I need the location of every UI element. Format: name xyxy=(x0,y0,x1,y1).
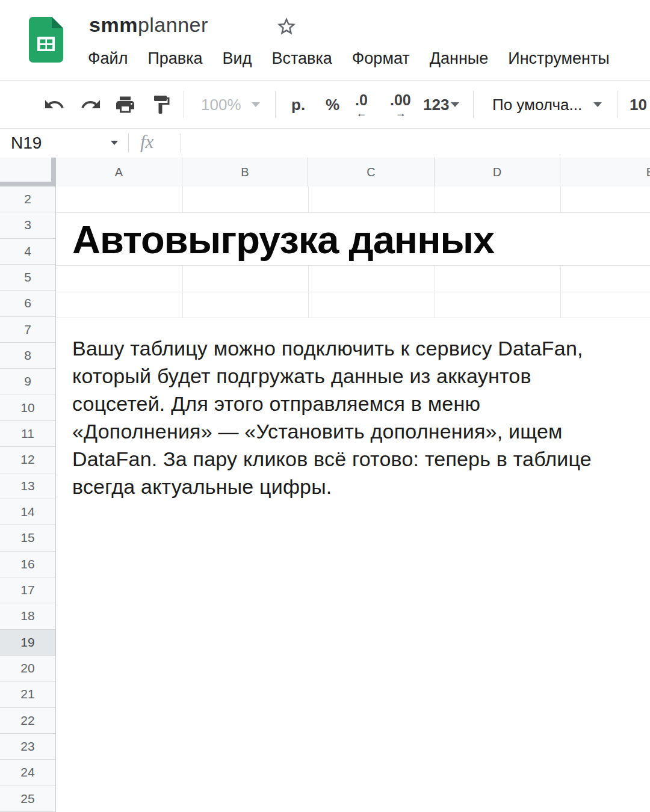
column-header-e[interactable]: E xyxy=(560,158,650,186)
row-header-22[interactable]: 22 xyxy=(0,708,55,734)
gridline xyxy=(308,186,309,212)
spreadsheet-grid: ABCDE 2345678910111213141516171819202122… xyxy=(0,158,650,812)
arrow-right-icon: → xyxy=(395,108,406,118)
document-title[interactable]: smmplanner xyxy=(89,13,208,37)
google-sheets-app: smmplanner ФайлПравкаВидВставкаФорматДан… xyxy=(0,0,650,812)
gridline xyxy=(560,186,561,212)
decrease-decimal-button[interactable]: .0 ← xyxy=(355,93,368,118)
font-family-caret-icon xyxy=(593,102,602,107)
menu-item[interactable]: Вид xyxy=(223,49,252,68)
redo-icon[interactable] xyxy=(80,94,102,115)
undo-icon[interactable] xyxy=(43,94,65,115)
percent-format-button[interactable]: % xyxy=(326,95,339,114)
body-text-line: соцсетей. Для этого отправляемся в меню xyxy=(72,390,592,417)
sheet-body-text: Вашу таблицу можно подключить к сервису … xyxy=(72,334,592,500)
gridline xyxy=(182,265,183,318)
paint-format-icon[interactable] xyxy=(150,94,172,115)
increase-decimal-button[interactable]: .00 → xyxy=(390,93,411,118)
menu-item[interactable]: Данные xyxy=(430,49,489,68)
body-text-line: «Дополнения» — «Установить дополнения», … xyxy=(72,417,592,445)
row-header-17[interactable]: 17 xyxy=(0,577,55,603)
fx-icon: fx xyxy=(140,131,153,153)
more-formats-caret-icon xyxy=(451,102,459,107)
formula-bar-divider xyxy=(181,134,181,153)
formula-bar-divider xyxy=(128,134,129,153)
gridline xyxy=(308,265,309,318)
body-text-line: Вашу таблицу можно подключить к сервису … xyxy=(72,334,592,362)
toolbar: 100% р. % .0 ← .00 → 123 По умолча... 10 xyxy=(0,81,650,129)
name-box[interactable]: N19 xyxy=(11,134,42,153)
column-header-a[interactable]: A xyxy=(56,158,182,186)
arrow-left-icon: ← xyxy=(356,108,367,118)
row-header-23[interactable]: 23 xyxy=(0,734,55,760)
zoom-caret-icon xyxy=(252,102,260,107)
toolbar-divider xyxy=(275,91,276,118)
currency-format-button[interactable]: р. xyxy=(291,95,305,114)
gridline xyxy=(435,186,435,212)
row-header-19[interactable]: 19 xyxy=(0,630,55,656)
row-header-18[interactable]: 18 xyxy=(0,603,55,629)
gridline xyxy=(56,212,650,213)
zoom-select[interactable]: 100% xyxy=(201,95,241,114)
document-title-bold: smm xyxy=(89,13,138,36)
row-header-10[interactable]: 10 xyxy=(0,395,55,421)
row-header-25[interactable]: 25 xyxy=(0,786,55,812)
row-header-24[interactable]: 24 xyxy=(0,760,55,786)
body-text-line: который будет подгружать данные из аккау… xyxy=(72,362,592,390)
menu-item[interactable]: Вставка xyxy=(271,49,332,68)
column-headers: ABCDE xyxy=(56,158,650,187)
menu-item[interactable]: Инструменты xyxy=(508,49,609,68)
gridline xyxy=(56,318,650,318)
row-header-4[interactable]: 4 xyxy=(0,239,55,265)
more-formats-button[interactable]: 123 xyxy=(423,95,449,114)
gridline xyxy=(182,186,183,212)
top-bar: smmplanner ФайлПравкаВидВставкаФорматДан… xyxy=(0,0,650,81)
menu-item[interactable]: Правка xyxy=(147,49,202,68)
formula-bar: N19 fx xyxy=(0,129,650,158)
column-header-d[interactable]: D xyxy=(435,158,560,186)
row-header-9[interactable]: 9 xyxy=(0,369,55,395)
body-text-line: всегда актуальные цифры. xyxy=(72,473,592,500)
gridline xyxy=(435,265,435,318)
select-all-corner[interactable] xyxy=(0,158,56,186)
row-header-20[interactable]: 20 xyxy=(0,656,55,681)
column-header-b[interactable]: B xyxy=(182,158,308,186)
row-header-6[interactable]: 6 xyxy=(0,291,55,316)
row-header-7[interactable]: 7 xyxy=(0,317,55,343)
row-header-3[interactable]: 3 xyxy=(0,212,55,238)
menu-item[interactable]: Формат xyxy=(352,49,410,68)
cells-area[interactable]: Автовыгрузка данных Вашу таблицу можно п… xyxy=(56,186,650,812)
row-header-16[interactable]: 16 xyxy=(0,552,55,577)
toolbar-divider xyxy=(618,91,618,118)
body-text-line: DataFan. За пару кликов всё готово: тепе… xyxy=(72,445,592,473)
column-header-c[interactable]: C xyxy=(308,158,435,186)
row-header-11[interactable]: 11 xyxy=(0,421,55,447)
sheets-logo-icon[interactable] xyxy=(29,17,63,63)
toolbar-divider xyxy=(184,91,184,118)
gridline xyxy=(560,265,561,318)
font-family-select[interactable]: По умолча... xyxy=(492,95,582,114)
row-header-12[interactable]: 12 xyxy=(0,447,55,473)
name-box-caret-icon xyxy=(111,141,118,145)
row-header-5[interactable]: 5 xyxy=(0,265,55,291)
row-header-15[interactable]: 15 xyxy=(0,525,55,551)
menu-bar: ФайлПравкаВидВставкаФорматДанныеИнструме… xyxy=(88,49,610,68)
star-icon[interactable] xyxy=(276,16,297,37)
row-header-21[interactable]: 21 xyxy=(0,681,55,707)
row-header-2[interactable]: 2 xyxy=(0,186,55,212)
font-size-select[interactable]: 10 xyxy=(630,95,647,114)
row-header-14[interactable]: 14 xyxy=(0,499,55,525)
row-header-8[interactable]: 8 xyxy=(0,343,55,369)
menu-item[interactable]: Файл xyxy=(88,49,128,68)
row-headers: 2345678910111213141516171819202122232425 xyxy=(0,186,56,812)
toolbar-divider xyxy=(473,91,474,118)
row-header-13[interactable]: 13 xyxy=(0,473,55,499)
formula-input[interactable] xyxy=(187,129,650,158)
document-title-light: planner xyxy=(138,13,208,36)
sheet-title-text: Автовыгрузка данных xyxy=(72,218,494,262)
print-icon[interactable] xyxy=(114,94,136,115)
